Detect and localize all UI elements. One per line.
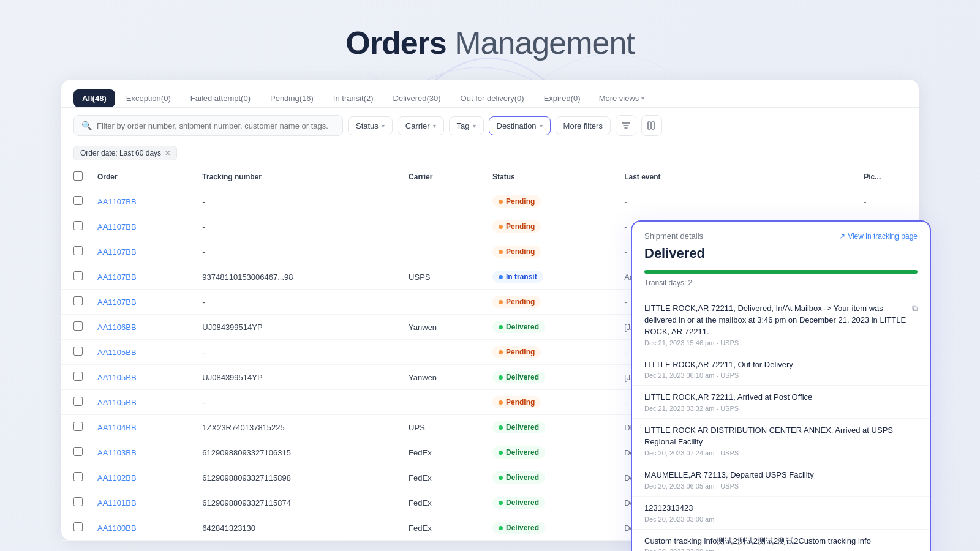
status-badge: Pending bbox=[492, 220, 541, 233]
row-checkbox[interactable] bbox=[74, 372, 83, 381]
chevron-down-icon: ▾ bbox=[473, 122, 476, 129]
progress-bar-fill bbox=[644, 270, 918, 274]
svg-rect-0 bbox=[648, 122, 650, 129]
more-filters-button[interactable]: More filters bbox=[556, 116, 611, 135]
tab-out-for-delivery[interactable]: Out for delivery(0) bbox=[452, 89, 533, 107]
order-link[interactable]: AA1107BB bbox=[97, 222, 137, 231]
order-link[interactable]: AA1106BB bbox=[97, 323, 137, 332]
event-item: LITTLE ROCK AR DISTRIBUTION CENTER ANNEX… bbox=[632, 419, 930, 463]
status-badge: Pending bbox=[492, 296, 541, 308]
status-dot bbox=[499, 451, 503, 455]
sort-button[interactable] bbox=[616, 115, 636, 136]
order-link[interactable]: AA1103BB bbox=[97, 448, 137, 457]
status-dot bbox=[499, 250, 503, 254]
event-text: 12312313423 bbox=[644, 503, 918, 514]
order-link[interactable]: AA1105BB bbox=[97, 373, 137, 382]
status-badge: Delivered bbox=[492, 522, 545, 534]
status-badge: Pending bbox=[492, 195, 541, 208]
tab-delivered[interactable]: Delivered(30) bbox=[385, 89, 450, 107]
status-badge: Delivered bbox=[492, 421, 545, 433]
status-badge: Delivered bbox=[492, 446, 545, 459]
tab-pending[interactable]: Pending(16) bbox=[262, 89, 322, 107]
tab-expired[interactable]: Expired(0) bbox=[535, 89, 589, 107]
search-icon: 🔍 bbox=[81, 121, 92, 130]
order-link[interactable]: AA1107BB bbox=[97, 298, 137, 307]
row-checkbox[interactable] bbox=[74, 221, 83, 230]
row-checkbox[interactable] bbox=[74, 246, 83, 255]
status-dot bbox=[499, 375, 503, 380]
row-checkbox[interactable] bbox=[74, 347, 83, 356]
row-checkbox[interactable] bbox=[74, 321, 83, 331]
tracking-number: UJ084399514YP bbox=[195, 365, 401, 390]
order-link[interactable]: AA1102BB bbox=[97, 473, 137, 482]
last-event: - bbox=[617, 189, 856, 214]
status-badge: Delivered bbox=[492, 497, 545, 509]
order-link[interactable]: AA1107BB bbox=[97, 272, 137, 282]
search-input[interactable] bbox=[97, 121, 335, 130]
tab-failed-attempt[interactable]: Failed attempt(0) bbox=[182, 89, 259, 107]
carrier bbox=[401, 340, 485, 365]
order-link[interactable]: AA1100BB bbox=[97, 523, 137, 533]
col-tracking: Tracking number bbox=[195, 165, 401, 189]
col-pic: Pic... bbox=[856, 165, 919, 189]
event-time: Dec 20, 2023 03:00 am bbox=[644, 548, 918, 551]
more-views-button[interactable]: More views ▾ bbox=[592, 89, 652, 107]
chevron-down-icon: ▾ bbox=[382, 122, 385, 129]
select-all-checkbox[interactable] bbox=[74, 171, 83, 181]
tracking-number: - bbox=[195, 189, 401, 214]
order-link[interactable]: AA1107BB bbox=[97, 247, 137, 257]
status-dot bbox=[499, 476, 503, 480]
status-dot bbox=[499, 400, 503, 405]
col-order: Order bbox=[90, 165, 195, 189]
event-text: LITTLE ROCK AR DISTRIBUTION CENTER ANNEX… bbox=[644, 425, 918, 448]
status-filter-button[interactable]: Status ▾ bbox=[348, 116, 393, 135]
tracking-number: 61290988093327115874 bbox=[195, 490, 401, 515]
event-text: Custom tracking info测试2测试2测试2测试2Custom t… bbox=[644, 536, 918, 547]
destination-filter-button[interactable]: Destination ▾ bbox=[489, 116, 551, 135]
tab-in-transit[interactable]: In transit(2) bbox=[325, 89, 382, 107]
tab-exception[interactable]: Exception(0) bbox=[118, 89, 179, 107]
columns-button[interactable] bbox=[641, 115, 662, 136]
order-link[interactable]: AA1101BB bbox=[97, 498, 137, 508]
event-item: Custom tracking info测试2测试2测试2测试2Custom t… bbox=[632, 530, 930, 551]
carrier: FedEx bbox=[401, 440, 485, 465]
page-title: Orders Management bbox=[0, 24, 980, 61]
row-checkbox[interactable] bbox=[74, 196, 83, 205]
row-checkbox[interactable] bbox=[74, 447, 83, 456]
order-link[interactable]: AA1105BB bbox=[97, 348, 137, 357]
tracking-number: - bbox=[195, 214, 401, 239]
row-checkbox[interactable] bbox=[74, 397, 83, 406]
panel-status: Delivered bbox=[632, 246, 930, 266]
row-checkbox[interactable] bbox=[74, 271, 83, 280]
row-checkbox[interactable] bbox=[74, 422, 83, 431]
status-badge: In transit bbox=[492, 271, 543, 283]
row-checkbox[interactable] bbox=[74, 472, 83, 481]
carrier-filter-button[interactable]: Carrier ▾ bbox=[398, 116, 444, 135]
row-checkbox[interactable] bbox=[74, 296, 83, 305]
copy-icon[interactable]: ⧉ bbox=[912, 303, 918, 315]
carrier bbox=[401, 189, 485, 214]
remove-date-tag-button[interactable]: ✕ bbox=[165, 149, 170, 157]
event-time: Dec 21, 2023 06:10 am - USPS bbox=[644, 372, 918, 379]
search-box[interactable]: 🔍 bbox=[74, 115, 343, 136]
row-checkbox[interactable] bbox=[74, 522, 83, 531]
status-badge: Delivered bbox=[492, 321, 545, 333]
order-link[interactable]: AA1107BB bbox=[97, 197, 137, 206]
event-item: MAUMELLE,AR 72113, Departed USPS Facilit… bbox=[632, 463, 930, 497]
view-tracking-link[interactable]: ↗ View in tracking page bbox=[839, 232, 918, 241]
chevron-down-icon: ▾ bbox=[540, 122, 543, 129]
event-item: LITTLE ROCK,AR 72211, Out for Delivery D… bbox=[632, 353, 930, 386]
chevron-down-icon: ▾ bbox=[433, 122, 436, 129]
carrier bbox=[401, 390, 485, 415]
main-card: All(48) Exception(0) Failed attempt(0) P… bbox=[61, 80, 919, 541]
order-link[interactable]: AA1104BB bbox=[97, 423, 137, 432]
status-dot bbox=[499, 225, 503, 229]
order-link[interactable]: AA1105BB bbox=[97, 398, 137, 407]
event-text: LITTLE ROCK,AR 72211, Delivered, In/At M… bbox=[644, 303, 912, 338]
status-dot bbox=[499, 200, 503, 204]
row-checkbox[interactable] bbox=[74, 497, 83, 506]
tab-all[interactable]: All(48) bbox=[74, 89, 115, 107]
carrier: FedEx bbox=[401, 490, 485, 515]
status-dot bbox=[499, 275, 503, 279]
tag-filter-button[interactable]: Tag ▾ bbox=[449, 116, 484, 135]
